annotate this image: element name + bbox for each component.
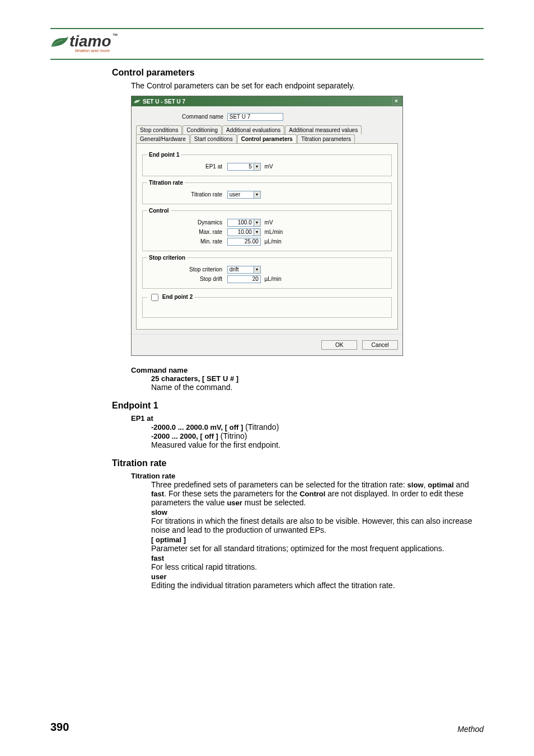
stop-drift-unit: µL/min bbox=[265, 276, 282, 282]
max-rate-unit: mL/min bbox=[265, 229, 283, 235]
leaf-icon bbox=[50, 35, 69, 48]
intro-text: The Control parameters can be set for ea… bbox=[131, 81, 484, 90]
subterm-user: user bbox=[151, 572, 484, 581]
ok-button[interactable]: OK bbox=[321, 340, 357, 350]
group-endpoint-2: End point 2 bbox=[142, 292, 392, 318]
tab-stop-conditions[interactable]: Stop conditions bbox=[136, 125, 182, 134]
stop-criterion-label: Stop criterion bbox=[147, 266, 226, 273]
min-rate-unit: µL/min bbox=[265, 238, 282, 245]
dynamics-input[interactable]: 100.0 bbox=[227, 219, 254, 227]
dialog-titlebar[interactable]: SET U - SET U 7 × bbox=[132, 96, 402, 106]
dialog-title: SET U - SET U 7 bbox=[143, 98, 185, 105]
dialog-leaf-icon bbox=[134, 98, 140, 104]
trademark-icon: ™ bbox=[113, 32, 118, 39]
ep1-at-input[interactable]: 5 bbox=[227, 163, 254, 171]
group-titration-rate: Titration rate Titration rate user▾ bbox=[142, 180, 392, 204]
dynamics-unit: mV bbox=[265, 219, 273, 226]
group-control: Control Dynamics 100.0▾ mV Max. rate 10.… bbox=[142, 208, 392, 251]
brand-name: tiamo bbox=[69, 32, 111, 50]
command-name-label: Command name bbox=[164, 114, 226, 120]
term-ep1-at: EP1 at bbox=[131, 414, 484, 422]
stop-drift-input[interactable]: 20 bbox=[227, 275, 261, 283]
tab-row-2: General/Hardware Start conditions Contro… bbox=[136, 134, 398, 143]
tab-control-parameters[interactable]: Control parameters bbox=[237, 134, 297, 143]
user-desc: Editing the individual titration paramet… bbox=[151, 581, 484, 590]
term-command-name: Command name bbox=[131, 366, 484, 374]
tab-row-1: Stop conditions Conditioning Additional … bbox=[136, 125, 398, 134]
subterm-slow: slow bbox=[151, 508, 484, 516]
tab-general-hardware[interactable]: General/Hardware bbox=[136, 134, 190, 143]
group-endpoint-1-legend: End point 1 bbox=[147, 152, 181, 158]
subterm-optimal: [ optimal ] bbox=[151, 536, 484, 544]
brand-logo: tiamo™ titration and more bbox=[50, 32, 484, 53]
close-icon[interactable]: × bbox=[392, 97, 400, 105]
endpoint-2-checkbox[interactable] bbox=[151, 294, 158, 301]
max-rate-label: Max. rate bbox=[147, 229, 226, 235]
tab-start-conditions[interactable]: Start conditions bbox=[190, 134, 237, 143]
tab-additional-evaluations[interactable]: Additional evaluations bbox=[222, 125, 284, 134]
command-name-input[interactable]: SET U 7 bbox=[227, 113, 283, 121]
titration-rate-select[interactable]: user bbox=[227, 191, 254, 199]
page-number: 390 bbox=[50, 721, 69, 734]
dialog: SET U - SET U 7 × Command name SET U 7 S… bbox=[131, 96, 403, 356]
section-endpoint-1: Endpoint 1 bbox=[112, 401, 484, 411]
cancel-button[interactable]: Cancel bbox=[362, 340, 398, 350]
fast-desc: For less critical rapid titrations. bbox=[151, 562, 484, 571]
tab-titration-parameters[interactable]: Titration parameters bbox=[297, 134, 355, 143]
titration-rate-intro: Three predefined sets of parameters can … bbox=[151, 480, 484, 507]
ep1-at-line1: -2000.0 ... 2000.0 mV, [ off ] (Titrando… bbox=[151, 422, 484, 431]
stop-criterion-select[interactable]: drift bbox=[227, 266, 254, 274]
section-titration-rate: Titration rate bbox=[112, 458, 484, 468]
chevron-down-icon[interactable]: ▾ bbox=[254, 228, 261, 236]
command-name-desc: Name of the command. bbox=[151, 383, 484, 392]
tab-conditioning[interactable]: Conditioning bbox=[182, 125, 222, 134]
chevron-down-icon[interactable]: ▾ bbox=[254, 219, 261, 227]
subterm-fast: fast bbox=[151, 554, 484, 562]
min-rate-input[interactable]: 25.00 bbox=[227, 238, 261, 246]
min-rate-label: Min. rate bbox=[147, 238, 226, 245]
chevron-down-icon[interactable]: ▾ bbox=[254, 191, 261, 199]
tab-additional-measured-values[interactable]: Additional measured values bbox=[285, 125, 362, 134]
ep1-at-line2: -2000 ... 2000, [ off ] (Titrino) bbox=[151, 431, 484, 440]
group-control-legend: Control bbox=[147, 208, 171, 214]
group-stop-criterion-legend: Stop criterion bbox=[147, 255, 187, 261]
chevron-down-icon[interactable]: ▾ bbox=[254, 163, 261, 171]
chevron-down-icon[interactable]: ▾ bbox=[254, 266, 261, 274]
group-stop-criterion: Stop criterion Stop criterion drift▾ Sto… bbox=[142, 255, 392, 289]
titration-rate-label: Titration rate bbox=[147, 191, 226, 198]
group-endpoint-1: End point 1 EP1 at 5▾ mV bbox=[142, 152, 392, 176]
dynamics-label: Dynamics bbox=[147, 219, 226, 226]
page-label: Method bbox=[457, 725, 484, 734]
section-control-parameters: Control parameters bbox=[112, 68, 484, 78]
optimal-desc: Parameter set for all standard titration… bbox=[151, 544, 484, 553]
ep1-at-unit: mV bbox=[265, 163, 273, 170]
max-rate-input[interactable]: 10.00 bbox=[227, 228, 254, 236]
ep1-at-label: EP1 at bbox=[147, 163, 226, 170]
group-titration-rate-legend: Titration rate bbox=[147, 180, 185, 186]
brand-tagline: titration and more bbox=[75, 48, 484, 53]
term-titration-rate: Titration rate bbox=[131, 472, 484, 480]
command-name-constraint: 25 characters, [ SET U # ] bbox=[151, 374, 484, 383]
endpoint-2-label: End point 2 bbox=[162, 294, 193, 300]
page-footer: 390 Method bbox=[50, 721, 484, 734]
slow-desc: For titrations in which the finest detai… bbox=[151, 516, 484, 534]
stop-drift-label: Stop drift bbox=[147, 276, 226, 282]
ep1-at-desc: Measured value for the first endpoint. bbox=[151, 440, 484, 449]
